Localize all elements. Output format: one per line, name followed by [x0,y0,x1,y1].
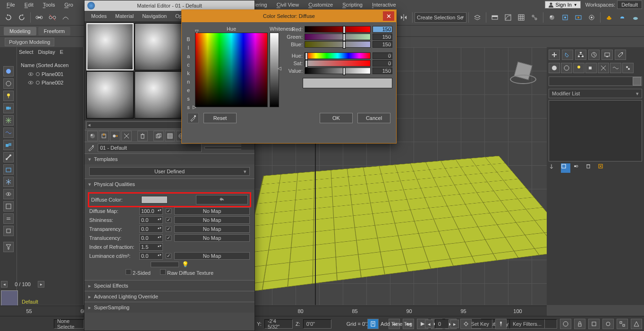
menu-customize[interactable]: Customize [304,1,338,8]
diffuse-map-button[interactable]: No Map [174,207,250,215]
material-slot-2[interactable] [135,23,182,70]
plane-object[interactable] [235,156,579,294]
modifier-stack[interactable] [549,100,642,161]
filter-helpers-icon[interactable] [3,115,14,126]
ribbon-modeling[interactable]: Modeling [4,27,36,35]
display-tab-icon[interactable] [602,50,613,60]
sub-geometry-icon[interactable] [549,63,560,73]
menu-edit[interactable]: Edit [20,1,38,8]
layer-button[interactable] [471,11,483,24]
put-to-scene-icon[interactable] [99,131,109,141]
material-slot-5[interactable] [135,71,182,119]
add-time-tag-icon[interactable] [367,319,379,329]
isolate-icon[interactable] [560,319,571,329]
freeze-dot-icon[interactable] [36,81,40,85]
mat-menu-navigation[interactable]: Navigation [138,12,170,20]
make-unique-icon[interactable] [165,131,175,141]
transparency-check[interactable] [166,226,171,232]
hue-slider[interactable] [305,52,371,59]
filter-all-icon[interactable] [3,201,14,212]
hue-field[interactable] [195,33,268,107]
filter-bones-icon[interactable] [3,152,14,162]
frame-prev-icon[interactable]: ◂ [1,281,8,288]
menu-file[interactable]: File [2,1,20,8]
view-cube[interactable] [509,57,537,85]
freeze-dot-icon[interactable] [36,72,40,76]
filter-hidden-icon[interactable] [3,189,14,199]
render-production-button[interactable] [629,11,642,24]
blue-slider[interactable] [305,41,371,48]
material-editor-button[interactable] [546,11,558,24]
eye-icon[interactable] [27,71,34,77]
transparency-map-button[interactable]: No Map [174,225,250,233]
reset-map-icon[interactable] [121,131,132,141]
scene-sort-header[interactable]: Name (Sorted Ascen [19,62,81,68]
redo-button[interactable] [16,11,28,24]
red-slider[interactable] [305,26,371,33]
scene-item-plane002[interactable]: Plane002 [27,78,81,87]
sub-helpers-icon[interactable] [598,63,609,73]
shininess-spinner[interactable]: 0.0 [139,216,163,224]
templates-dropdown[interactable]: User Defined [89,167,250,176]
ok-button[interactable]: OK [320,113,353,123]
sub-cameras-icon[interactable] [585,63,597,73]
filter-warps-icon[interactable] [3,127,14,138]
filter-lights-icon[interactable] [3,91,14,101]
menu-scripting[interactable]: Scripting [338,1,367,8]
shininess-check[interactable] [166,217,171,223]
ior-spinner[interactable]: 1.5 [139,243,163,251]
scene-tab-display[interactable]: Display [38,49,55,59]
y-coord-field[interactable]: -2'4 5/32" [264,319,293,329]
time-config-gear-icon[interactable] [460,319,472,329]
pin-stack-icon[interactable] [549,163,558,173]
transparency-spinner[interactable]: 0.0 [139,225,163,233]
frame-back-icon[interactable]: ◂ [425,320,433,328]
pick-material-icon[interactable] [87,144,95,152]
value-slider[interactable] [305,68,371,74]
color-selector-titlebar[interactable]: Color Selector: Diffuse ✕ [182,10,396,22]
render-frame-button[interactable] [572,11,585,24]
sat-slider[interactable] [305,60,371,67]
render-setup-button[interactable] [559,11,571,24]
frame-next-icon[interactable]: ▸ [38,281,44,288]
modify-tab-icon[interactable] [562,50,573,60]
render-button[interactable] [585,11,598,24]
current-frame-field[interactable]: 0 [435,319,449,329]
luminance-spinner[interactable]: 0.0 [139,252,163,260]
supersampling-header[interactable]: SuperSampling [85,302,254,313]
filter-groups-icon[interactable] [3,140,14,150]
add-time-tag-label[interactable]: Add Time Tag [381,321,412,327]
blue-spinner[interactable]: 150 [373,41,392,48]
ribbon-freeform[interactable]: Freeform [38,27,71,35]
filter-frozen-icon[interactable] [3,177,14,187]
translucency-map-button[interactable]: No Map [174,234,250,242]
make-unique-icon[interactable] [573,163,583,173]
adv-lighting-header[interactable]: Advanced Lighting Override [85,291,254,302]
object-name-field[interactable] [549,76,642,86]
shininess-map-button[interactable]: No Map [174,216,250,224]
bind-button[interactable] [59,11,72,24]
material-slot-1[interactable] [86,23,134,70]
mirror-button[interactable] [398,11,410,24]
delete-icon[interactable] [137,131,148,141]
templates-header[interactable]: Templates [85,154,254,164]
sub-warps-icon[interactable] [610,63,621,73]
lock-icon[interactable] [574,319,585,329]
material-slot-4[interactable] [86,71,134,119]
poly-modeling-label[interactable]: Polygon Modeling [5,38,54,46]
filter-geometry-icon[interactable] [3,66,14,76]
filter-invert-icon[interactable] [3,226,14,236]
time-ruler[interactable]: 55 60 65 70 75 80 85 90 95 100 [0,306,547,316]
render-cloud-button[interactable] [616,11,628,24]
reset-button[interactable]: Reset [203,113,237,123]
make-mtl-copy-icon[interactable] [153,131,164,141]
configure-sets-icon[interactable] [598,163,607,173]
object-color-swatch[interactable] [633,77,641,85]
diffuse-map-check[interactable] [166,208,171,214]
sub-lights-icon[interactable] [573,63,585,73]
viewport-nav-3-icon[interactable] [617,319,628,329]
show-end-result-icon[interactable] [561,163,570,173]
curve-editor-button[interactable] [502,11,514,24]
luminance-check[interactable] [166,253,171,259]
sub-systems-icon[interactable] [622,63,634,73]
